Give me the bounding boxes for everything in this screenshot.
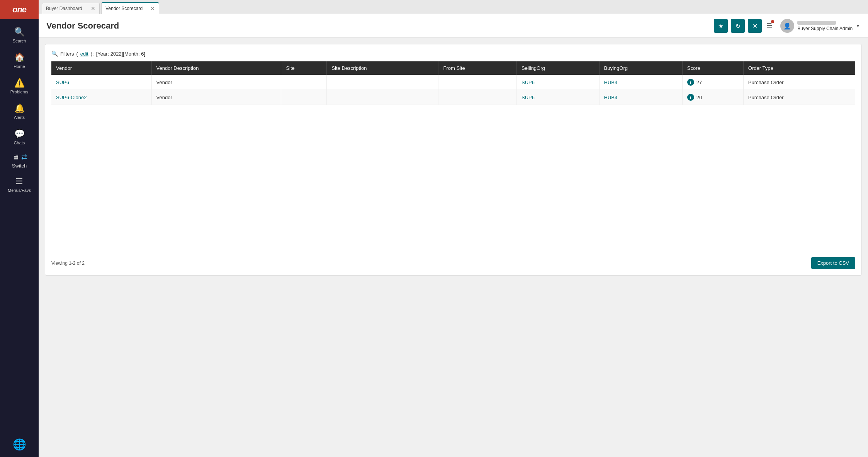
sidebar-item-home[interactable]: 🏠 Home [0,48,39,73]
sidebar-item-search[interactable]: 🔍 Search [0,22,39,48]
selling-org-link-2[interactable]: SUP6 [521,95,535,100]
tab-buyer-dashboard[interactable]: Buyer Dashboard ✕ [42,3,100,14]
vendor-link-2[interactable]: SUP6-Clone2 [56,95,87,100]
col-vendor: Vendor [51,61,151,75]
cell-score-2: i 20 [682,90,743,105]
filters-row: 🔍 Filters ( edit ): [Year: 2022][Month: … [51,51,855,57]
tab-close-buyer-dashboard[interactable]: ✕ [91,5,95,12]
user-section: 👤 Buyer Supply Chain Admin ▼ [780,19,860,33]
info-icon-1[interactable]: i [687,79,694,86]
vendor-scorecard-table: Vendor Vendor Description Site Site Desc… [51,61,855,105]
sidebar-item-problems[interactable]: ⚠️ Problems [0,73,39,99]
tab-bar: Buyer Dashboard ✕ Vendor Scorecard ✕ [39,0,868,14]
buying-org-link-2[interactable]: HUB4 [604,95,618,100]
switch-arrows-icon: ⇄ [21,153,27,161]
table-row: SUP6-Clone2 Vendor SUP6 HUB4 [51,90,855,105]
tab-close-vendor-scorecard[interactable]: ✕ [150,5,155,12]
cell-vendor-1: SUP6 [51,75,151,90]
buying-org-link-1[interactable]: HUB4 [604,80,618,85]
page-title: Vendor Scorecard [46,21,714,31]
table-row: SUP6 Vendor SUP6 HUB4 [51,75,855,90]
card-footer: Viewing 1-2 of 2 Export to CSV [51,257,855,269]
logo-text: one [12,5,26,15]
main-card: 🔍 Filters ( edit ): [Year: 2022][Month: … [45,44,862,276]
notification-dot [770,19,775,24]
col-selling-org: SellingOrg [517,61,599,75]
export-csv-button[interactable]: Export to CSV [811,257,855,269]
col-score: Score [682,61,743,75]
cell-site-2 [281,90,327,105]
cell-from-site-1 [438,75,517,90]
header-actions: ★ ↻ ✕ ☰ 👤 Buyer Supply Chain Admin ▼ [714,19,860,33]
cell-site-1 [281,75,327,90]
globe-icon[interactable]: 🌐 [13,438,26,451]
sidebar-item-alerts[interactable]: 🔔 Alerts [0,99,39,124]
table-body: SUP6 Vendor SUP6 HUB4 [51,75,855,105]
user-role: Buyer Supply Chain Admin [797,26,853,31]
filter-edit-link[interactable]: edit [80,51,88,57]
sidebar-bottom: 🌐 [13,438,26,457]
sidebar-label-switch: Switch [12,163,27,169]
sidebar-item-chats[interactable]: 💬 Chats [0,124,39,150]
sidebar-label-chats: Chats [14,140,25,145]
col-from-site: From Site [438,61,517,75]
score-value-1: 27 [696,80,702,85]
tab-vendor-scorecard[interactable]: Vendor Scorecard ✕ [101,2,159,14]
home-icon: 🏠 [14,52,25,63]
content-area: 🔍 Filters ( edit ): [Year: 2022][Month: … [39,38,868,457]
filter-icon: 🔍 [51,51,58,57]
cell-vendor-2: SUP6-Clone2 [51,90,151,105]
tab-label-buyer-dashboard: Buyer Dashboard [46,6,82,11]
user-info: Buyer Supply Chain Admin [797,21,853,31]
table-header-row: Vendor Vendor Description Site Site Desc… [51,61,855,75]
col-vendor-description: Vendor Description [151,61,281,75]
sidebar-label-alerts: Alerts [14,115,25,120]
close-button[interactable]: ✕ [748,19,762,33]
menu-icon: ☰ [15,176,23,186]
col-buying-org: BuyingOrg [599,61,682,75]
info-icon-2[interactable]: i [687,94,694,101]
sidebar-item-switch[interactable]: 🖥 ⇄ Switch [0,150,39,172]
cell-site-desc-2 [327,90,438,105]
score-value-2: 20 [696,95,702,100]
hamburger-menu-button[interactable]: ☰ [765,20,774,32]
filter-tags: [Year: 2022][Month: 6] [96,51,145,57]
cell-order-type-2: Purchase Order [743,90,855,105]
cell-vendor-desc-2: Vendor [151,90,281,105]
cell-order-type-1: Purchase Order [743,75,855,90]
sidebar-item-menus[interactable]: ☰ Menus/Favs [0,172,39,197]
bell-icon: 🔔 [14,103,25,113]
screen-icon: 🖥 [12,153,19,161]
main-area: Buyer Dashboard ✕ Vendor Scorecard ✕ Ven… [39,0,868,457]
cell-selling-org-1: SUP6 [517,75,599,90]
col-site-description: Site Description [327,61,438,75]
sidebar-label-home: Home [14,64,25,69]
refresh-button[interactable]: ↻ [731,19,745,33]
vendor-link-1[interactable]: SUP6 [56,80,69,85]
user-dropdown-arrow[interactable]: ▼ [856,23,860,29]
search-icon: 🔍 [14,27,25,37]
app-logo[interactable]: one [0,0,39,19]
filter-edit-parens-open: ( [76,51,78,57]
warning-icon: ⚠️ [14,78,25,88]
col-order-type: Order Type [743,61,855,75]
col-site: Site [281,61,327,75]
tab-label-vendor-scorecard: Vendor Scorecard [105,6,143,11]
cell-selling-org-2: SUP6 [517,90,599,105]
sidebar: one 🔍 Search 🏠 Home ⚠️ Problems 🔔 Alerts… [0,0,39,457]
cell-vendor-desc-1: Vendor [151,75,281,90]
cell-buying-org-2: HUB4 [599,90,682,105]
user-name-blurred [797,21,836,25]
sidebar-label-search: Search [13,39,26,43]
star-button[interactable]: ★ [714,19,728,33]
sidebar-label-problems: Problems [10,90,28,94]
top-header: Vendor Scorecard ★ ↻ ✕ ☰ 👤 Buyer Supply … [39,14,868,38]
cell-buying-org-1: HUB4 [599,75,682,90]
filter-edit-parens-close: ): [91,51,94,57]
avatar: 👤 [780,19,794,33]
sidebar-label-menus: Menus/Favs [8,188,31,193]
table-header: Vendor Vendor Description Site Site Desc… [51,61,855,75]
cell-from-site-2 [438,90,517,105]
filter-label: Filters [60,51,74,57]
selling-org-link-1[interactable]: SUP6 [521,80,535,85]
